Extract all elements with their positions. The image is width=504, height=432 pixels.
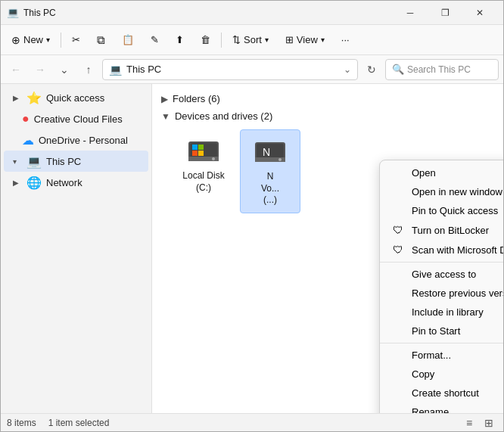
content-area: ▶ Folders (6) ▼ Devices and drives (2) xyxy=(152,84,503,413)
local-disk-icon xyxy=(185,135,222,167)
expand-icon: ▶ xyxy=(13,179,22,187)
rename-button[interactable]: ✎ xyxy=(143,28,166,52)
search-placeholder: Search This PC xyxy=(407,64,471,75)
view-icon: ⊞ xyxy=(285,34,294,45)
ctx-copy-label: Copy xyxy=(412,368,503,380)
ctx-restore-label: Restore previous versions xyxy=(412,287,503,299)
status-bar: 8 items 1 item selected ≡ ⊞ xyxy=(1,413,503,431)
minimize-button[interactable]: ─ xyxy=(393,1,428,25)
back-button[interactable]: ← xyxy=(5,59,26,80)
ctx-rename[interactable]: Rename xyxy=(380,402,503,413)
sort-button[interactable]: ⇅ Sort ▾ xyxy=(225,28,276,52)
ctx-library-label: Include in library xyxy=(412,306,503,318)
local-disk-item[interactable]: Local Disk(C:) xyxy=(173,129,234,213)
onedrive-icon: ☁ xyxy=(22,133,34,148)
network-drive-item[interactable]: N NVo...(...) xyxy=(240,129,300,213)
ctx-open-new-window[interactable]: Open in new window xyxy=(380,182,503,201)
refresh-button[interactable]: ↻ xyxy=(361,59,382,80)
ctx-format[interactable]: Format... xyxy=(380,346,503,365)
sidebar-item-label: Quick access xyxy=(46,92,104,104)
up-button[interactable]: ↑ xyxy=(78,59,99,80)
list-view-button[interactable]: ≡ xyxy=(461,415,478,431)
ctx-give-access[interactable]: Give access to › xyxy=(380,265,503,284)
view-button[interactable]: ⊞ View ▾ xyxy=(278,28,332,52)
ctx-create-shortcut[interactable]: Create shortcut xyxy=(380,384,503,402)
copy-button[interactable]: ⧉ xyxy=(89,28,113,52)
devices-section-label: Devices and drives (2) xyxy=(175,110,272,122)
new-button[interactable]: ⊕ New ▾ xyxy=(4,28,58,52)
address-bar: ← → ⌄ ↑ 💻 This PC ⌄ ↻ 🔍 Search This PC xyxy=(1,55,503,84)
share-button[interactable]: ⬆ xyxy=(168,28,191,52)
folders-section-label: Folders (6) xyxy=(173,93,220,104)
more-icon: ··· xyxy=(341,34,350,45)
item-count: 8 items xyxy=(7,418,36,428)
ctx-include-library[interactable]: Include in library › xyxy=(380,303,503,322)
delete-icon: 🗑 xyxy=(201,34,210,45)
ctx-give-access-label: Give access to xyxy=(412,269,503,280)
app-icon: 💻 xyxy=(7,7,19,19)
sidebar-item-quick-access[interactable]: ▶ ⭐ Quick access xyxy=(4,87,148,108)
rename-icon: ✎ xyxy=(151,34,159,45)
folders-section-header[interactable]: ▶ Folders (6) xyxy=(161,90,494,107)
quick-access-icon: ⭐ xyxy=(26,91,42,105)
network-drive-label: NVo...(...) xyxy=(261,171,279,207)
selected-count: 1 item selected xyxy=(48,418,110,428)
ctx-bitlocker[interactable]: 🛡 Turn on BitLocker xyxy=(380,220,503,240)
devices-chevron: ▼ xyxy=(161,111,170,122)
sidebar-item-creative-cloud[interactable]: ● Creative Cloud Files xyxy=(4,108,148,129)
local-disk-label: Local Disk(C:) xyxy=(182,170,224,194)
ctx-pin-label: Pin to Quick access xyxy=(412,205,503,216)
ctx-restore-versions[interactable]: Restore previous versions xyxy=(380,284,503,303)
ctx-defender[interactable]: 🛡 Scan with Microsoft Defender... xyxy=(380,240,503,260)
sidebar-item-this-pc[interactable]: ▾ 💻 This PC xyxy=(4,151,148,172)
ctx-pin-quick-access[interactable]: Pin to Quick access xyxy=(380,201,503,220)
sidebar-item-label: Network xyxy=(46,177,82,188)
ctx-separator-1 xyxy=(380,262,503,263)
separator-2 xyxy=(221,33,222,48)
sort-arrow: ▾ xyxy=(265,36,269,44)
sidebar: ▶ ⭐ Quick access ● Creative Cloud Files … xyxy=(1,84,152,413)
share-icon: ⬆ xyxy=(176,34,184,45)
address-pc-icon: 💻 xyxy=(109,64,122,76)
ctx-bitlocker-label: Turn on BitLocker xyxy=(412,225,503,236)
ctx-pin-start-label: Pin to Start xyxy=(412,325,503,337)
ctx-separator-2 xyxy=(380,343,503,343)
cut-icon: ✂ xyxy=(72,34,80,45)
ctx-pin-start[interactable]: Pin to Start xyxy=(380,322,503,340)
status-right: ≡ ⊞ xyxy=(461,415,497,431)
cut-button[interactable]: ✂ xyxy=(64,28,88,52)
expand-icon: ▾ xyxy=(13,157,22,166)
copy-icon: ⧉ xyxy=(97,33,105,47)
network-icon: 🌐 xyxy=(26,176,42,190)
network-drive-icon: N xyxy=(251,136,289,168)
forward-button[interactable]: → xyxy=(30,59,51,80)
ctx-open-new-label: Open in new window xyxy=(412,186,503,197)
sidebar-item-label: This PC xyxy=(46,156,81,167)
sidebar-item-network[interactable]: ▶ 🌐 Network xyxy=(4,172,148,193)
title-bar-title: This PC xyxy=(23,8,393,18)
toolbar: ⊕ New ▾ ✂ ⧉ 📋 ✎ ⬆ 🗑 ⇅ Sort ▾ ⊞ View ▾ ··… xyxy=(1,25,503,55)
svg-rect-7 xyxy=(198,151,204,156)
ctx-copy[interactable]: Copy xyxy=(380,365,503,384)
more-button[interactable]: ··· xyxy=(334,28,357,52)
separator-1 xyxy=(61,33,61,48)
svg-point-3 xyxy=(212,157,215,160)
sidebar-item-onedrive[interactable]: ☁ OneDrive - Personal xyxy=(4,129,148,151)
grid-view-button[interactable]: ⊞ xyxy=(481,415,497,431)
address-dropdown-icon: ⌄ xyxy=(344,64,351,75)
ctx-defender-icon: 🛡 xyxy=(390,244,406,256)
devices-section-header[interactable]: ▼ Devices and drives (2) xyxy=(161,107,494,125)
delete-button[interactable]: 🗑 xyxy=(193,28,218,52)
close-button[interactable]: ✕ xyxy=(462,1,497,25)
restore-button[interactable]: ❐ xyxy=(428,1,462,25)
ctx-rename-label: Rename xyxy=(412,406,503,413)
search-box[interactable]: 🔍 Search This PC xyxy=(385,59,499,80)
new-arrow: ▾ xyxy=(46,36,50,44)
recent-button[interactable]: ⌄ xyxy=(54,59,75,80)
creative-cloud-icon: ● xyxy=(22,112,30,126)
address-field[interactable]: 💻 This PC ⌄ xyxy=(102,59,358,80)
sidebar-item-label: OneDrive - Personal xyxy=(39,135,128,146)
ctx-open[interactable]: Open xyxy=(380,163,503,182)
paste-button[interactable]: 📋 xyxy=(114,28,142,52)
ctx-bitlocker-icon: 🛡 xyxy=(390,224,406,236)
